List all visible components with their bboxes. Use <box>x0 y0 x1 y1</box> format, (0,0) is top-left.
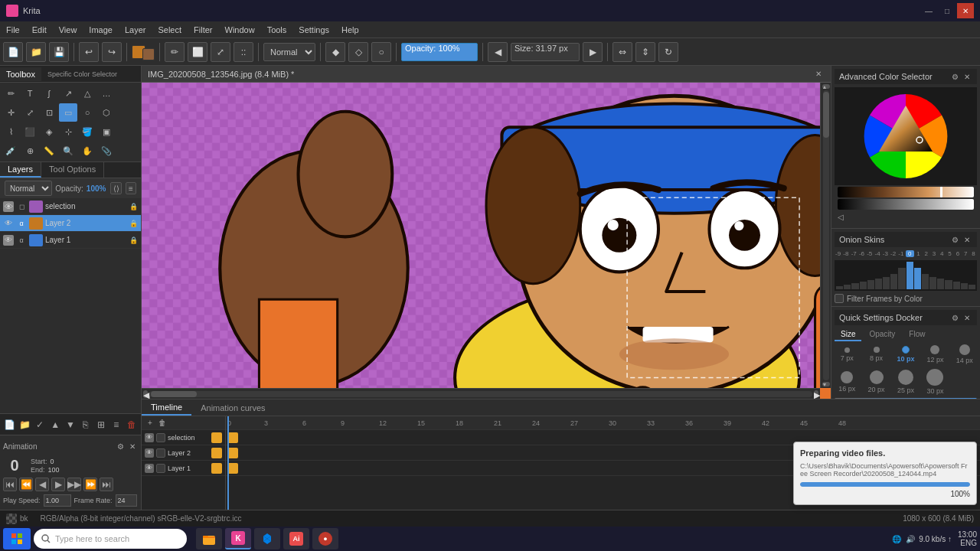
onion-zero-btn[interactable]: 0 <box>906 250 914 257</box>
color-wheel-container[interactable] <box>835 87 977 185</box>
layer-up-btn[interactable]: ▲ <box>49 417 62 432</box>
h-scroll-thumb[interactable] <box>151 391 197 397</box>
tl-vis-1[interactable]: 👁 <box>145 464 154 473</box>
tool-grid[interactable]: :: <box>234 42 253 62</box>
size-increment[interactable]: ▶ <box>583 42 603 62</box>
menu-help[interactable]: Help <box>335 24 365 36</box>
timeline-add-btn[interactable]: + <box>145 418 155 429</box>
size-14px[interactable]: 14 px <box>952 344 977 364</box>
size-10px[interactable]: 10 px <box>893 346 918 363</box>
menu-select[interactable]: Select <box>152 24 188 36</box>
canvas-close-btn[interactable]: ✕ <box>812 68 825 80</box>
tool-ref[interactable]: 📎 <box>97 142 116 160</box>
menu-filter[interactable]: Filter <box>188 24 218 36</box>
canvas-bg-indicator[interactable] <box>6 514 17 524</box>
h-scroll-left-btn[interactable]: ◀ <box>143 390 148 398</box>
tool-shape[interactable]: △ <box>78 84 96 103</box>
menu-file[interactable]: File <box>0 24 26 36</box>
tool-selection-rect[interactable]: ⬜ <box>188 42 207 62</box>
menu-edit[interactable]: Edit <box>26 24 53 36</box>
qs-tab-flow[interactable]: Flow <box>903 328 931 341</box>
clock[interactable]: 13:00 ENG <box>958 530 977 547</box>
dot-10px[interactable] <box>902 346 910 354</box>
layer-vis-2[interactable]: 👁 <box>3 218 14 229</box>
tab-timeline[interactable]: Timeline <box>142 400 191 416</box>
taskbar-app5[interactable]: ● <box>312 528 338 549</box>
tab-animation-curves[interactable]: Animation curves <box>191 401 274 415</box>
toolbox-tab[interactable]: Toolbox <box>0 67 41 81</box>
layer-merge-btn[interactable]: ⊞ <box>94 417 107 432</box>
tool-select-contig[interactable]: ⬛ <box>21 122 39 141</box>
layer-down-btn[interactable]: ▼ <box>64 417 77 432</box>
dot-14px[interactable] <box>959 344 970 355</box>
alpha-lock[interactable]: ○ <box>371 42 391 62</box>
tl-keyframe-indicator-selection[interactable] <box>211 432 222 443</box>
taskbar-dropbox[interactable] <box>254 528 280 549</box>
tl-keyframe-indicator-2[interactable] <box>211 448 222 458</box>
close-button[interactable]: ✕ <box>957 3 974 18</box>
tool-select-custom[interactable]: ⊹ <box>59 122 77 141</box>
layer-alpha-selection[interactable]: ◻ <box>16 201 27 212</box>
tl-onion-selection[interactable] <box>156 433 165 442</box>
color-bar-selector[interactable] <box>940 187 942 197</box>
tl-vis-selection[interactable]: 👁 <box>145 433 154 442</box>
tool-more[interactable]: … <box>97 84 116 103</box>
layer-options-btn[interactable]: ≡ <box>126 182 136 194</box>
v-scrollbar[interactable]: ▲ ▼ <box>820 83 831 388</box>
dot-12px[interactable] <box>930 345 939 354</box>
step-back-btn[interactable]: ⏪ <box>19 478 33 491</box>
tl-vis-2[interactable]: 👁 <box>145 448 154 458</box>
save-button[interactable]: 💾 <box>49 42 69 62</box>
play-beginning-btn[interactable]: ⏮ <box>3 478 17 491</box>
tab-tool-options[interactable]: Tool Options <box>41 162 104 178</box>
layer-add-btn[interactable]: 📄 <box>3 417 16 432</box>
taskbar-file-explorer[interactable] <box>196 528 222 549</box>
next-frame-btn[interactable]: ▶▶ <box>67 478 81 491</box>
h-scroll-right-btn[interactable]: ▶ <box>814 390 818 398</box>
layer-lock-selection[interactable]: 🔒 <box>129 203 138 210</box>
minimize-button[interactable]: — <box>920 3 937 18</box>
undo-button[interactable]: ↩ <box>79 42 99 62</box>
layer-style-btn[interactable]: ✓ <box>34 417 47 432</box>
timeline-playhead[interactable] <box>227 416 229 510</box>
tool-freehand-brush[interactable]: ✏ <box>2 84 20 103</box>
size-8px[interactable]: 8 px <box>864 347 888 362</box>
qs-tab-size[interactable]: Size <box>835 328 861 341</box>
menu-view[interactable]: View <box>53 24 83 36</box>
size-30px[interactable]: 30 px <box>923 369 947 395</box>
maximize-button[interactable]: □ <box>939 3 956 18</box>
new-file-button[interactable]: 📄 <box>3 42 23 62</box>
size-12px[interactable]: 12 px <box>923 345 947 364</box>
tool-select-ellipse[interactable]: ○ <box>78 103 96 122</box>
tool-gradient[interactable]: ▣ <box>97 122 116 141</box>
menu-layer[interactable]: Layer <box>119 24 152 36</box>
anim-settings-btn[interactable]: ⚙ <box>115 441 126 452</box>
dot-25px[interactable] <box>898 370 913 385</box>
tool-freehand[interactable]: ✏ <box>165 42 185 62</box>
tool-smart-patch[interactable]: ⊕ <box>21 142 39 160</box>
tab-layers[interactable]: Layers <box>0 162 41 178</box>
start-button[interactable] <box>3 528 31 549</box>
layer-delete-btn[interactable]: 🗑 <box>125 417 138 432</box>
color-value-bar[interactable] <box>838 199 974 210</box>
open-file-button[interactable]: 📁 <box>26 42 46 62</box>
specific-color-tab[interactable]: Specific Color Selector <box>41 68 123 80</box>
tool-text[interactable]: T <box>21 84 39 103</box>
layer-mode-select[interactable]: Normal <box>5 181 52 196</box>
layer-vis-1[interactable]: 👁 <box>3 235 14 246</box>
menu-image[interactable]: Image <box>83 24 119 36</box>
layer-row-1[interactable]: 👁 α Layer 1 🔒 <box>0 232 141 249</box>
size-decrement[interactable]: ◀ <box>488 42 508 62</box>
tool-select-rect[interactable]: ▭ <box>59 103 77 122</box>
size-7px[interactable]: 7 px <box>835 347 859 362</box>
onion-settings-btn[interactable]: ⚙ <box>949 234 960 245</box>
tool-transform[interactable]: ⤢ <box>211 42 230 62</box>
play-speed-input[interactable] <box>44 494 71 507</box>
h-scrollbar[interactable]: ◀ ▶ <box>142 388 820 399</box>
tl-keyframe-l2-0[interactable] <box>227 448 238 458</box>
onion-close-btn[interactable]: ✕ <box>962 234 972 245</box>
brush-color-bg[interactable] <box>142 48 155 60</box>
opacity-control[interactable]: Opacity: 100% <box>401 43 478 61</box>
tool-measure[interactable]: 📏 <box>40 142 58 160</box>
color-arrow-btn[interactable]: ◁ <box>838 213 848 223</box>
